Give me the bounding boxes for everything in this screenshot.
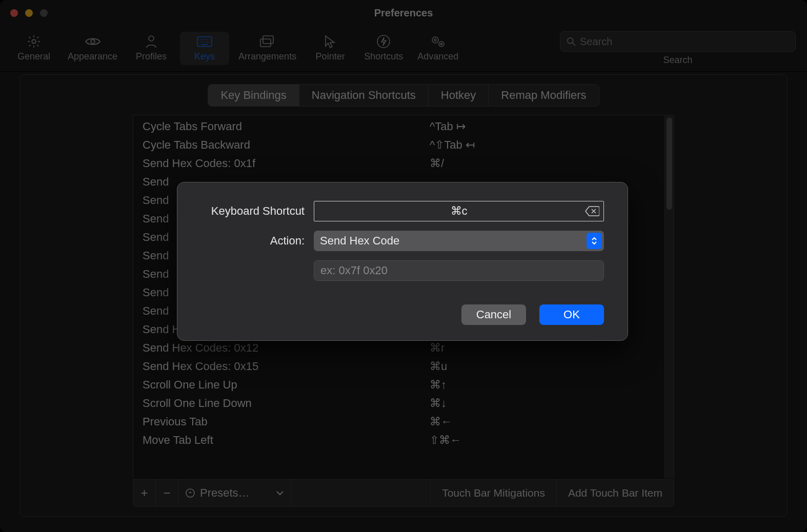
window-title: Preferences xyxy=(0,7,807,19)
binding-shortcut-cell: ⌘u xyxy=(430,359,655,374)
search-placeholder: Search xyxy=(580,36,612,48)
svg-rect-5 xyxy=(260,39,271,47)
edit-binding-sheet: Keyboard Shortcut ⌘c Action: Send Hex Co… xyxy=(177,182,628,341)
scrollbar[interactable] xyxy=(664,115,674,478)
binding-action-cell: Scroll One Line Up xyxy=(143,377,430,393)
binding-shortcut-cell: ^Tab ↦ xyxy=(430,119,655,134)
person-icon xyxy=(144,35,159,48)
search-label: Search xyxy=(663,55,692,66)
toolbar-label: General xyxy=(17,51,50,62)
subtab-hotkey[interactable]: Hotkey xyxy=(429,85,489,106)
toolbar-label: Keys xyxy=(194,51,215,62)
bindings-footer: + − Presets… Touch Bar Mitigations Add T… xyxy=(133,479,674,507)
binding-action-cell: Cycle Tabs Backward xyxy=(143,137,430,153)
binding-shortcut-cell: ⌘↓ xyxy=(430,396,655,411)
binding-shortcut-cell: ⌘← xyxy=(430,414,655,429)
toolbar-search-group: Search Search xyxy=(560,31,796,66)
svg-point-11 xyxy=(568,38,573,44)
binding-shortcut-cell: ⌘r xyxy=(430,340,655,356)
action-field-label: Action: xyxy=(201,234,314,248)
clear-shortcut-icon[interactable] xyxy=(585,206,599,216)
binding-action-cell: Previous Tab xyxy=(143,414,430,429)
svg-point-10 xyxy=(441,43,442,45)
window-controls xyxy=(10,9,48,17)
cursor-icon xyxy=(322,35,338,48)
search-icon xyxy=(567,37,576,46)
binding-shortcut-cell: ⇧⌘← xyxy=(430,433,655,448)
presets-dropdown[interactable]: Presets… xyxy=(178,480,291,506)
binding-action-cell: Cycle Tabs Forward xyxy=(143,119,430,134)
action-select[interactable]: Send Hex Code xyxy=(314,231,604,251)
maximize-window-button[interactable] xyxy=(40,9,48,17)
table-row[interactable]: Scroll One Line Up⌘↑ xyxy=(133,376,664,394)
ok-button[interactable]: OK xyxy=(539,304,604,325)
toolbar-profiles[interactable]: Profiles xyxy=(127,32,176,65)
subtab-key-bindings[interactable]: Key Bindings xyxy=(208,85,299,106)
shortcut-input[interactable]: ⌘c xyxy=(314,201,604,221)
subtab-navigation-shortcuts[interactable]: Navigation Shortcuts xyxy=(299,85,429,106)
subtab-remap-modifiers[interactable]: Remap Modifiers xyxy=(489,85,598,106)
table-row[interactable]: Scroll One Line Down⌘↓ xyxy=(133,394,664,413)
table-row[interactable]: Previous Tab⌘← xyxy=(133,413,664,431)
remove-binding-button[interactable]: − xyxy=(156,480,178,506)
svg-point-7 xyxy=(432,37,438,43)
binding-action-cell: Send Hex Codes: 0x12 xyxy=(143,340,430,356)
binding-shortcut-cell: ⌘↑ xyxy=(430,377,655,393)
touch-bar-mitigations-button[interactable]: Touch Bar Mitigations xyxy=(431,480,557,506)
chevron-down-icon xyxy=(276,490,284,496)
shortcut-value: ⌘c xyxy=(451,204,468,218)
shortcut-field-label: Keyboard Shortcut xyxy=(201,204,314,218)
toolbar-shortcuts[interactable]: Shortcuts xyxy=(359,32,408,65)
binding-action-cell: Send Hex Codes: 0x1f xyxy=(143,156,430,171)
svg-point-6 xyxy=(377,35,390,48)
toolbar-label: Arrangements xyxy=(238,51,296,62)
close-window-button[interactable] xyxy=(10,9,18,17)
toolbar-label: Profiles xyxy=(136,51,167,62)
search-input[interactable]: Search xyxy=(560,31,796,52)
windows-icon xyxy=(260,35,275,48)
hex-code-input[interactable]: ex: 0x7f 0x20 xyxy=(314,260,604,281)
svg-point-2 xyxy=(149,36,154,41)
minimize-window-button[interactable] xyxy=(25,9,33,17)
preferences-toolbar: General Appearance Profiles Keys Arrange… xyxy=(0,26,807,72)
toolbar-label: Pointer xyxy=(316,51,345,62)
presets-label: Presets… xyxy=(200,486,250,500)
svg-point-0 xyxy=(32,39,35,43)
toolbar-appearance[interactable]: Appearance xyxy=(63,32,123,65)
hex-placeholder: ex: 0x7f 0x20 xyxy=(320,264,388,277)
action-value: Send Hex Code xyxy=(320,234,399,248)
binding-action-cell: Send Hex Codes: 0x15 xyxy=(143,359,430,374)
table-row[interactable]: Cycle Tabs Backward^⇧Tab ↤ xyxy=(133,136,664,154)
svg-line-12 xyxy=(573,43,575,46)
gear-icon xyxy=(26,35,42,48)
table-row[interactable]: Move Tab Left⇧⌘← xyxy=(133,431,664,449)
toolbar-advanced[interactable]: Advanced xyxy=(412,32,463,65)
toolbar-pointer[interactable]: Pointer xyxy=(306,32,355,65)
table-row[interactable]: Send Hex Codes: 0x12⌘r xyxy=(133,339,664,357)
bolt-icon xyxy=(376,35,391,48)
keyboard-icon xyxy=(197,35,212,48)
add-touch-bar-item-button[interactable]: Add Touch Bar Item xyxy=(557,480,674,506)
gears-icon xyxy=(430,35,446,48)
toolbar-label: Shortcuts xyxy=(364,51,403,62)
table-row[interactable]: Cycle Tabs Forward^Tab ↦ xyxy=(133,117,664,136)
svg-rect-3 xyxy=(197,37,212,47)
eye-icon xyxy=(85,35,100,48)
svg-rect-4 xyxy=(263,36,273,44)
svg-point-8 xyxy=(434,39,436,41)
toolbar-arrangements[interactable]: Arrangements xyxy=(233,32,301,65)
binding-action-cell: Scroll One Line Down xyxy=(143,396,430,411)
cancel-button[interactable]: Cancel xyxy=(461,304,526,325)
svg-point-1 xyxy=(91,39,95,44)
toolbar-general[interactable]: General xyxy=(9,32,58,65)
svg-point-9 xyxy=(439,42,444,47)
table-row[interactable]: Send Hex Codes: 0x1f⌘/ xyxy=(133,154,664,173)
toolbar-keys[interactable]: Keys xyxy=(180,32,229,65)
table-row[interactable]: Send Hex Codes: 0x15⌘u xyxy=(133,357,664,376)
menu-icon xyxy=(186,488,195,498)
scroll-thumb[interactable] xyxy=(667,117,672,210)
keys-subtabs: Key Bindings Navigation Shortcuts Hotkey… xyxy=(20,75,787,116)
binding-shortcut-cell: ⌘/ xyxy=(430,156,655,171)
binding-shortcut-cell: ^⇧Tab ↤ xyxy=(430,137,655,153)
add-binding-button[interactable]: + xyxy=(133,480,156,506)
